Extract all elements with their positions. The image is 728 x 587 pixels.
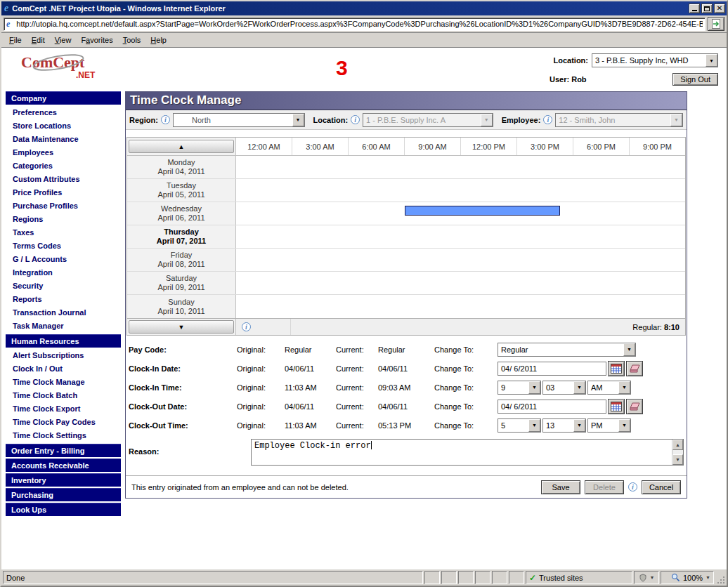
region-select[interactable]: North ▼	[173, 113, 305, 127]
sidebar-item-price-profiles[interactable]: Price Profiles	[6, 186, 121, 199]
reason-label: Reason:	[129, 439, 237, 456]
sidebar-item-categories[interactable]: Categories	[6, 159, 121, 173]
current-label: Current:	[336, 364, 378, 373]
clock-out-minute-select[interactable]: 13▼	[542, 418, 586, 433]
clock-out-date-clear-button[interactable]	[626, 399, 643, 414]
region-select-value: North	[174, 116, 292, 124]
menu-favorites[interactable]: Favorites	[76, 34, 117, 46]
chevron-down-icon[interactable]: ▼	[706, 54, 717, 67]
filter-bar: Region: i North ▼ Location: i 1 - P.B.E.…	[126, 110, 687, 130]
sidebar-item-store-locations[interactable]: Store Locations	[6, 119, 121, 133]
pay-code-select[interactable]: Regular ▼	[498, 343, 636, 357]
day-cell-friday: FridayApril 08, 2011	[127, 249, 236, 271]
chevron-down-icon[interactable]: ▼	[528, 381, 540, 394]
scroll-up-arrow-icon[interactable]: ▲	[672, 440, 683, 450]
chevron-down-icon[interactable]: ▼	[618, 419, 630, 432]
go-button[interactable]	[708, 17, 724, 31]
reason-textarea[interactable]: Employee Clock-in error ▲ ▼	[251, 439, 684, 466]
sidebar-item-time-clock-pay-codes[interactable]: Time Clock Pay Codes	[6, 416, 121, 429]
location-info-icon[interactable]: i	[351, 115, 360, 124]
pay-code-label: Pay Code:	[129, 345, 237, 354]
sidebar-header-order-entry-billing[interactable]: Order Entry - Billing	[6, 444, 121, 457]
sidebar-item-data-maintenance[interactable]: Data Maintenance	[6, 133, 121, 146]
maximize-button[interactable]	[701, 4, 713, 13]
sidebar-item-purchase-profiles[interactable]: Purchase Profiles	[6, 199, 121, 213]
menu-file[interactable]: File	[4, 34, 27, 46]
sidebar-header-inventory[interactable]: Inventory	[6, 473, 121, 487]
minimize-button[interactable]	[689, 4, 700, 13]
delete-info-icon[interactable]: i	[628, 482, 637, 492]
sidebar-header-accounts-receivable[interactable]: Accounts Receivable	[6, 459, 121, 472]
sidebar-item-terms-codes[interactable]: Terms Codes	[6, 239, 121, 253]
scroll-up-button[interactable]: ▲	[129, 140, 234, 153]
sidebar-item-security[interactable]: Security	[6, 279, 121, 293]
status-bar: Done ✓ Trusted sites ▼ 100% ▼	[1, 569, 727, 586]
sidebar-section-human-resources: Human ResourcesAlert SubscriptionsClock …	[6, 334, 121, 442]
clock-in-date-input[interactable]: 04/ 6/2011	[498, 362, 606, 376]
sidebar-item-time-clock-export[interactable]: Time Clock Export	[6, 402, 121, 416]
protected-mode-button[interactable]: ▼	[634, 571, 659, 584]
sidebar-item-time-clock-settings[interactable]: Time Clock Settings	[6, 429, 121, 442]
region-info-icon[interactable]: i	[161, 115, 170, 124]
clock-out-ampm-select[interactable]: PM▼	[587, 418, 631, 433]
sidebar-item-taxes[interactable]: Taxes	[6, 226, 121, 239]
clock-out-date-input[interactable]: 04/ 6/2011	[498, 400, 606, 414]
menu-tools[interactable]: Tools	[118, 34, 146, 46]
location-select[interactable]: 3 - P.B.E. Supply Inc, WHD ▼	[592, 53, 718, 67]
reason-scrollbar[interactable]: ▲ ▼	[672, 440, 683, 465]
sidebar-header-purchasing[interactable]: Purchasing	[6, 488, 121, 501]
sidebar-item-preferences[interactable]: Preferences	[6, 106, 121, 119]
sidebar-item-g-l-accounts[interactable]: G / L Accounts	[6, 253, 121, 266]
sidebar-item-clock-in-out[interactable]: Clock In / Out	[6, 362, 121, 376]
clock-in-date-calendar-button[interactable]	[608, 361, 625, 376]
sidebar-header-company[interactable]: Company	[6, 91, 121, 105]
chevron-down-icon[interactable]: ▼	[573, 381, 585, 394]
sidebar-item-custom-attributes[interactable]: Custom Attributes	[6, 173, 121, 186]
sidebar-item-employees[interactable]: Employees	[6, 146, 121, 159]
sidebar-item-regions[interactable]: Regions	[6, 213, 121, 226]
zoom-control[interactable]: 100% ▼	[661, 571, 714, 584]
scroll-down-button[interactable]: ▼	[129, 320, 234, 334]
sidebar-header-look-ups[interactable]: Look Ups	[6, 503, 121, 516]
cancel-button[interactable]: Cancel	[642, 480, 681, 494]
sign-out-button[interactable]: Sign Out	[672, 73, 718, 86]
sidebar-item-transaction-journal[interactable]: Transaction Journal	[6, 306, 121, 319]
menu-edit[interactable]: Edit	[27, 34, 50, 46]
clock-in-minute-select[interactable]: 03▼	[542, 381, 586, 395]
sidebar-item-time-clock-manage[interactable]: Time Clock Manage	[6, 376, 121, 389]
scroll-down-arrow-icon[interactable]: ▼	[672, 454, 683, 465]
sidebar-item-task-manager[interactable]: Task Manager	[6, 319, 121, 333]
chevron-down-icon[interactable]: ▼	[292, 114, 304, 126]
time-entry-bar[interactable]	[405, 206, 560, 216]
resize-grip[interactable]	[715, 571, 725, 584]
close-button[interactable]: ✕	[714, 4, 725, 13]
save-button[interactable]: Save	[541, 480, 580, 494]
sidebar-item-integration[interactable]: Integration	[6, 266, 121, 279]
menu-help[interactable]: Help	[145, 34, 171, 46]
day-row-sunday: SundayApril 10, 2011	[127, 295, 685, 318]
clock-in-ampm-select[interactable]: AM▼	[587, 381, 631, 395]
chevron-down-icon[interactable]: ▼	[623, 343, 635, 356]
sidebar-item-time-clock-batch[interactable]: Time Clock Batch	[6, 389, 121, 402]
chevron-down-icon[interactable]: ▼	[573, 419, 585, 432]
status-blank-panel	[509, 571, 524, 584]
chevron-down-icon[interactable]: ▼	[528, 419, 540, 432]
clock-out-hour-select[interactable]: 5▼	[498, 418, 541, 433]
sidebar-item-alert-subscriptions[interactable]: Alert Subscriptions	[6, 349, 121, 362]
url-input[interactable]: e http://utopia.hq.comcept.net/default.a…	[4, 18, 706, 31]
chevron-down-icon[interactable]: ▼	[618, 381, 630, 394]
clock-in-hour-select[interactable]: 9▼	[498, 381, 541, 395]
day-timeline-saturday	[236, 272, 685, 294]
location-select-value: 3 - P.B.E. Supply Inc, WHD	[592, 56, 706, 65]
status-text: Done	[3, 571, 423, 584]
regular-total: Regular: 8:10	[291, 323, 685, 331]
status-blank-panel	[458, 571, 474, 584]
menu-view[interactable]: View	[50, 34, 77, 46]
clock-out-date-calendar-button[interactable]	[608, 399, 625, 414]
employee-info-icon[interactable]: i	[543, 115, 552, 124]
grid-info-icon[interactable]: i	[242, 322, 251, 331]
sidebar-header-human-resources[interactable]: Human Resources	[6, 334, 121, 348]
clock-in-date-clear-button[interactable]	[626, 361, 643, 376]
sidebar-item-reports[interactable]: Reports	[6, 293, 121, 306]
time-header-9-00-pm: 9:00 PM	[629, 138, 685, 155]
